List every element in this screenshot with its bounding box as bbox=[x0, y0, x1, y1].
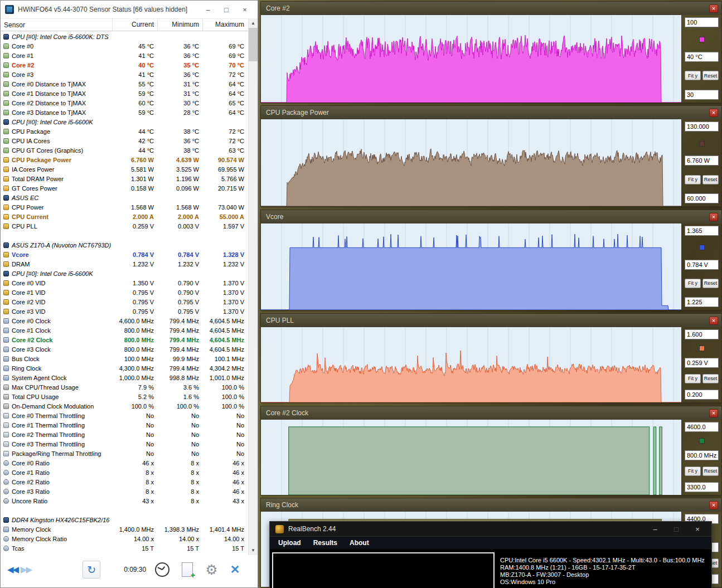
table-row[interactable]: Uncore Ratio43 x8 x43 x bbox=[1, 496, 248, 506]
table-row[interactable]: Core #2 Distance to TjMAX60 °C30 °C65 °C bbox=[1, 98, 248, 108]
table-row[interactable]: Core #0 Thermal ThrottlingNoNoNo bbox=[1, 411, 248, 420]
table-row[interactable]: CPU Package Power6.760 W4.639 W90.574 W bbox=[1, 155, 248, 164]
table-row[interactable]: Total DRAM Power1.301 W1.196 W5.766 W bbox=[1, 174, 248, 183]
graph-current-value-input[interactable] bbox=[685, 450, 719, 460]
menu-item-about[interactable]: About bbox=[343, 539, 375, 547]
table-row[interactable]: Core #2 Clock800.0 MHz799.4 MHz4,604.5 M… bbox=[1, 335, 248, 344]
close-button[interactable]: × bbox=[238, 6, 252, 14]
graph-min-input[interactable] bbox=[685, 390, 719, 400]
table-row[interactable]: CPU Package44 °C38 °C72 °C bbox=[1, 127, 248, 136]
table-row[interactable]: Core #2 Thermal ThrottlingNoNoNo bbox=[1, 430, 248, 439]
table-section-row[interactable]: ASUS Z170-A (Nuvoton NCT6793D) bbox=[1, 240, 248, 250]
table-row[interactable]: Core #141 °C36 °C69 °C bbox=[1, 51, 248, 60]
nav-forward-icon[interactable]: ▶▶ bbox=[21, 565, 31, 575]
clock-icon[interactable] bbox=[155, 562, 169, 577]
table-row[interactable]: Memory Clock1,400.0 MHz1,398.3 MHz1,401.… bbox=[1, 524, 248, 534]
graph-min-input[interactable] bbox=[685, 297, 719, 307]
table-row[interactable]: CPU IA Cores42 °C36 °C72 °C bbox=[1, 136, 248, 145]
graph-color-swatch[interactable] bbox=[699, 37, 705, 42]
fit-y-button[interactable]: Fit y bbox=[685, 374, 701, 383]
gear-icon[interactable]: ⚙ bbox=[205, 563, 217, 577]
table-row[interactable]: Core #341 °C36 °C72 °C bbox=[1, 70, 248, 79]
nav-back-icon[interactable]: ◀◀ bbox=[7, 565, 18, 575]
graph-min-input[interactable] bbox=[685, 90, 719, 100]
graph-close-button[interactable]: × bbox=[709, 317, 718, 325]
graph-close-button[interactable]: × bbox=[709, 213, 718, 221]
table-row[interactable]: CPU Power1.568 W1.568 W73.040 W bbox=[1, 202, 248, 212]
fit-y-button[interactable]: Fit y bbox=[685, 279, 701, 288]
table-row[interactable]: Core #3 Distance to TjMAX59 °C28 °C64 °C bbox=[1, 108, 248, 117]
graph-close-button[interactable]: × bbox=[709, 501, 718, 509]
table-row[interactable]: Core #1 VID0.795 V0.790 V1.370 V bbox=[1, 288, 248, 297]
graph-close-button[interactable]: × bbox=[709, 409, 718, 417]
table-row[interactable]: Core #1 Ratio8 x8 x46 x bbox=[1, 468, 248, 477]
table-row[interactable]: Core #1 Distance to TjMAX59 °C31 °C64 °C bbox=[1, 89, 248, 98]
reset-button[interactable]: Reset bbox=[702, 374, 719, 383]
table-scrollbar[interactable]: ▲ ▼ bbox=[248, 18, 258, 555]
table-row[interactable]: Tcas15 T15 T15 T bbox=[1, 543, 248, 553]
table-row[interactable]: Core #045 °C36 °C69 °C bbox=[1, 41, 248, 51]
menu-item-results[interactable]: Results bbox=[307, 539, 343, 547]
graph-current-value-input[interactable] bbox=[685, 155, 719, 166]
table-row[interactable]: Core #3 Clock800.0 MHz799.4 MHz4,604.5 M… bbox=[1, 344, 248, 354]
graph-close-button[interactable]: × bbox=[709, 109, 718, 117]
column-minimum[interactable]: Minimum bbox=[157, 19, 202, 31]
table-row[interactable]: Total CPU Usage5.2 %1.6 %100.0 % bbox=[1, 392, 248, 401]
column-current[interactable]: Current bbox=[112, 19, 157, 31]
table-section-row[interactable]: ASUS EC bbox=[1, 193, 248, 202]
table-row[interactable]: Core #2 VID0.795 V0.795 V1.370 V bbox=[1, 297, 248, 307]
table-row[interactable]: GT Cores Power0.158 W0.096 W20.715 W bbox=[1, 183, 248, 193]
maximize-button[interactable]: □ bbox=[219, 6, 234, 14]
graph-current-value-input[interactable] bbox=[685, 358, 719, 368]
refresh-icon[interactable]: ↻ bbox=[83, 561, 100, 579]
table-row[interactable]: Core #0 Distance to TjMAX55 °C31 °C64 °C bbox=[1, 79, 248, 89]
table-row[interactable]: Core #240 °C35 °C70 °C bbox=[1, 60, 248, 70]
graph-titlebar[interactable]: Core #2 Clock× bbox=[261, 406, 721, 420]
graph-max-input[interactable] bbox=[685, 122, 719, 132]
graph-color-swatch[interactable] bbox=[699, 438, 705, 444]
fit-y-button[interactable]: Fit y bbox=[685, 175, 701, 184]
graph-titlebar[interactable]: Vcore× bbox=[261, 210, 721, 223]
table-row[interactable]: Bus Clock100.0 MHz99.9 MHz100.1 MHz bbox=[1, 354, 248, 363]
table-section-row[interactable]: CPU [#0]: Intel Core i5-6600K bbox=[1, 117, 248, 127]
graph-color-swatch[interactable] bbox=[699, 245, 705, 250]
table-row[interactable]: CPU Current2.000 A2.000 A55.000 A bbox=[1, 212, 248, 221]
realbench-close-button[interactable]: × bbox=[689, 525, 706, 533]
column-sensor[interactable]: Sensor bbox=[1, 21, 112, 29]
graph-titlebar[interactable]: CPU Package Power× bbox=[261, 106, 721, 119]
table-row[interactable]: On-Demand Clock Modulation100.0 %100.0 %… bbox=[1, 401, 248, 411]
reset-button[interactable]: Reset bbox=[702, 71, 719, 80]
table-row[interactable]: Core #1 Clock800.0 MHz799.4 MHz4,604.5 M… bbox=[1, 325, 248, 335]
hwinfo-titlebar[interactable]: HWiNFO64 v5.44-3070 Sensor Status [66 va… bbox=[1, 1, 258, 18]
table-row[interactable]: Core #3 Thermal ThrottlingNoNoNo bbox=[1, 439, 248, 449]
table-row[interactable]: Core #2 Ratio8 x8 x46 x bbox=[1, 477, 248, 487]
table-row[interactable]: Max CPU/Thread Usage7.9 %3.6 %100.0 % bbox=[1, 382, 248, 392]
reset-button[interactable]: Reset bbox=[702, 175, 719, 184]
table-section-row[interactable]: CPU [#0]: Intel Core i5-6600K bbox=[1, 269, 248, 278]
menu-item-upload[interactable]: Upload bbox=[272, 539, 307, 547]
realbench-minimize-button[interactable]: – bbox=[647, 525, 663, 533]
table-row[interactable]: Core #0 Ratio46 x8 x46 x bbox=[1, 458, 248, 468]
scroll-down-button[interactable]: ▼ bbox=[249, 546, 258, 555]
reset-button[interactable]: Reset bbox=[702, 279, 719, 288]
graph-titlebar[interactable]: CPU PLL× bbox=[261, 314, 721, 327]
fit-y-button[interactable]: Fit y bbox=[685, 466, 701, 476]
graph-max-input[interactable] bbox=[685, 17, 719, 27]
realbench-titlebar[interactable]: RealBench 2.44 – □ × bbox=[270, 522, 711, 537]
graph-min-input[interactable] bbox=[685, 482, 719, 492]
graph-max-input[interactable] bbox=[685, 329, 719, 339]
close-sensors-icon[interactable]: ✕ bbox=[230, 563, 240, 576]
table-row[interactable]: Core #3 VID0.795 V0.795 V1.370 V bbox=[1, 307, 248, 316]
graph-titlebar[interactable]: Ring Clock× bbox=[261, 498, 721, 512]
graph-titlebar[interactable]: Core #2× bbox=[261, 2, 721, 15]
table-row[interactable]: System Agent Clock1,000.0 MHz998.8 MHz1,… bbox=[1, 373, 248, 382]
graph-close-button[interactable]: × bbox=[709, 4, 718, 13]
reset-button[interactable]: Reset bbox=[702, 466, 719, 476]
column-maximum[interactable]: Maximum bbox=[202, 19, 248, 31]
graph-max-input[interactable] bbox=[685, 422, 719, 432]
scrollbar-thumb[interactable] bbox=[249, 28, 258, 61]
table-row[interactable]: Memory Clock Ratio14.00 x14.00 x14.00 x bbox=[1, 534, 248, 543]
table-row[interactable]: Package/Ring Thermal ThrottlingNoNoNo bbox=[1, 449, 248, 458]
graph-max-input[interactable] bbox=[685, 226, 719, 236]
graph-current-value-input[interactable] bbox=[685, 260, 719, 270]
